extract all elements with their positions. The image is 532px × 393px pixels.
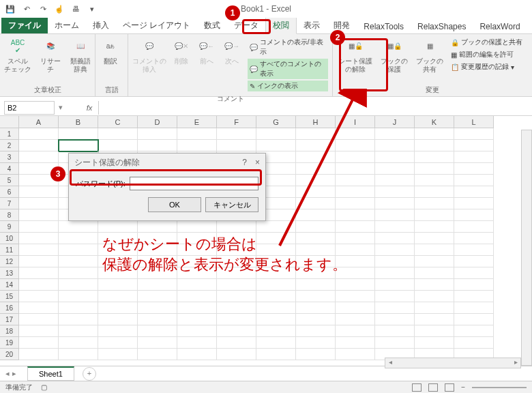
cell[interactable] [256, 221, 296, 233]
cell[interactable] [415, 291, 454, 302]
cell[interactable] [59, 233, 98, 244]
cell[interactable] [336, 302, 375, 314]
cell[interactable] [177, 325, 217, 337]
cell[interactable] [19, 291, 59, 302]
cell[interactable] [138, 279, 177, 291]
cell[interactable] [138, 337, 177, 349]
ok-button[interactable]: OK [148, 197, 201, 212]
cell[interactable] [256, 337, 296, 349]
insert-comment-button[interactable]: 💬 コメントの 挿入 [131, 35, 167, 74]
cell[interactable] [375, 291, 415, 302]
spell-check-button[interactable]: ABC✔ スペル チェック [3, 35, 33, 74]
cell[interactable] [217, 325, 256, 337]
cell[interactable] [296, 325, 336, 337]
print-icon[interactable]: 🖶 [70, 3, 82, 15]
share-workbook-button[interactable]: ▦ ブックの 共有 [413, 35, 446, 74]
cell[interactable] [217, 314, 256, 325]
col-header-G[interactable]: G [256, 116, 296, 128]
translate-button[interactable]: aあ 翻訳 [98, 35, 123, 67]
track-changes[interactable]: 📋 変更履歴の記録▾ [450, 61, 523, 72]
cell[interactable] [59, 314, 98, 325]
row-header-9[interactable]: 9 [0, 221, 19, 233]
name-box[interactable]: B2 [4, 101, 55, 115]
cell[interactable] [217, 302, 256, 314]
cell[interactable] [217, 221, 256, 233]
save-icon[interactable]: 💾 [4, 3, 16, 15]
cell[interactable] [415, 337, 454, 349]
delete-comment-button[interactable]: 💬✕ 削除 [170, 35, 192, 67]
cell[interactable] [415, 233, 454, 244]
cell[interactable] [217, 279, 256, 291]
cell[interactable] [138, 291, 177, 302]
cell[interactable] [375, 233, 415, 244]
namebox-dropdown-icon[interactable]: ▾ [56, 103, 65, 112]
show-hide-comment[interactable]: 💬 コメントの表示/非表示 [248, 37, 328, 57]
cell[interactable] [336, 291, 375, 302]
macro-record-icon[interactable]: ▢ [41, 383, 47, 391]
cell[interactable] [375, 175, 415, 186]
cell[interactable] [59, 140, 98, 151]
cell[interactable] [98, 337, 138, 349]
sheet-nav-last-icon[interactable]: ▸ [12, 369, 16, 378]
cell[interactable] [19, 198, 59, 209]
cell[interactable] [415, 244, 454, 256]
cell[interactable] [415, 279, 454, 291]
undo-icon[interactable]: ↶ [20, 3, 33, 15]
cell[interactable] [138, 140, 177, 151]
cell[interactable] [177, 314, 217, 325]
cell[interactable] [217, 140, 256, 151]
cell[interactable] [296, 140, 336, 151]
cell[interactable] [138, 128, 177, 140]
cell[interactable] [375, 221, 415, 233]
sheet-nav-first-icon[interactable]: ◂ [5, 369, 10, 378]
cell[interactable] [415, 314, 454, 325]
cell[interactable] [177, 221, 217, 233]
protect-share-workbook[interactable]: 🔒 ブックの保護と共有 [450, 37, 523, 48]
cell[interactable] [217, 128, 256, 140]
tab-relaxshapes[interactable]: RelaxShapes [411, 19, 473, 33]
cell[interactable] [19, 279, 59, 291]
view-page-break-icon[interactable] [445, 383, 454, 392]
cell[interactable] [19, 267, 59, 279]
cell[interactable] [296, 128, 336, 140]
cell[interactable] [454, 221, 494, 233]
cell[interactable] [454, 291, 494, 302]
view-normal-icon[interactable] [412, 383, 422, 392]
cell[interactable] [256, 233, 296, 244]
research-button[interactable]: 📚 リサーチ [35, 35, 65, 74]
row-header-15[interactable]: 15 [0, 291, 19, 302]
cell[interactable] [415, 163, 454, 175]
zoom-slider[interactable] [472, 387, 527, 388]
qat-dropdown-icon[interactable]: ▾ [86, 3, 98, 15]
row-header-3[interactable]: 3 [0, 151, 19, 163]
cell[interactable] [296, 175, 336, 186]
cell[interactable] [296, 314, 336, 325]
tab-review[interactable]: 校閲 [265, 16, 297, 34]
cell[interactable] [454, 244, 494, 256]
scroll-left-icon[interactable]: ◂ [385, 358, 395, 368]
cell[interactable] [336, 209, 375, 221]
cell[interactable] [59, 291, 98, 302]
sheet-tab-1[interactable]: Sheet1 [27, 366, 74, 381]
cell[interactable] [138, 325, 177, 337]
password-input[interactable] [130, 177, 258, 190]
cell[interactable] [59, 267, 98, 279]
col-header-A[interactable]: A [19, 116, 59, 128]
row-header-1[interactable]: 1 [0, 128, 19, 140]
vertical-scrollbar[interactable] [521, 130, 532, 366]
cell[interactable] [336, 221, 375, 233]
cell[interactable] [375, 244, 415, 256]
cell[interactable] [375, 163, 415, 175]
cell[interactable] [336, 314, 375, 325]
row-header-20[interactable]: 20 [0, 349, 19, 360]
tab-formulas[interactable]: 数式 [197, 17, 227, 33]
cell[interactable] [19, 128, 59, 140]
cell[interactable] [375, 314, 415, 325]
dialog-close-button[interactable]: × [255, 158, 260, 167]
scroll-right-icon[interactable]: ▸ [511, 358, 520, 368]
cell[interactable] [19, 256, 59, 267]
cell[interactable] [98, 349, 138, 360]
cell[interactable] [256, 279, 296, 291]
cell[interactable] [454, 302, 494, 314]
col-header-J[interactable]: J [375, 116, 415, 128]
